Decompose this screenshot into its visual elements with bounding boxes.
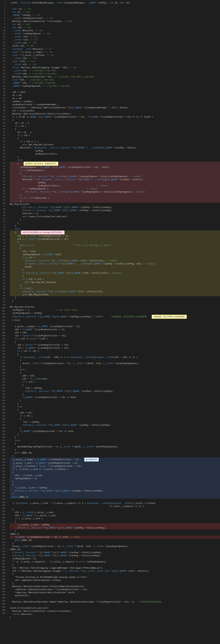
line-number: 86 <box>0 264 6 266</box>
line-number: 72 <box>0 220 6 223</box>
line-number: 135 <box>0 414 6 418</box>
code-line: while ( 1 ) // find a rpc message in que… <box>10 244 220 247</box>
line-number: 190 <box>0 584 6 587</box>
line-number: 184 <box>0 566 6 569</box>
code-line: if ( v21 == v22 ) <box>10 350 220 353</box>
code-line: } <box>10 299 220 302</box>
code-line: (*(void (__fastcall **)(_DWORD *))(*(_QW… <box>10 526 220 530</box>
line-number: 32 <box>0 97 6 100</box>
code-line: *(_QWORD *)(rpcMsgController + 16) += 8i… <box>10 430 220 433</box>
line-number: 10 <box>0 29 6 32</box>
code-line: char v4; // r11 <box>10 8 220 10</box>
line-number: 108 <box>0 331 6 334</box>
code-line: _DWORD *v29; // [rsp+48h] [rbp+8h] <box>10 82 220 84</box>
code-line: (*( void (__fastcall **)(__int64))(*(_QW… <box>10 175 220 178</box>
line-number: 46 <box>0 140 6 143</box>
code-line: v9 = v5 - 1; <box>10 131 220 134</box>
line-number: 118 <box>0 362 6 365</box>
line-number: 110 <box>0 338 6 340</box>
line-number: 101 <box>0 310 6 313</box>
code-line: if ( v17 ) <box>10 256 220 259</box>
code-line <box>10 604 220 606</box>
line-number: 144 <box>0 442 6 445</box>
line-number: 99 <box>0 304 6 306</box>
line-number: 54 <box>0 165 6 168</box>
line-number: 9 <box>0 26 6 29</box>
line-number: 93 <box>0 285 6 288</box>
annotation-box: 在队列中查找要插入的 message 是否已经存在. <box>21 230 64 234</box>
code-line: bSuccess = 0; <box>10 212 220 215</box>
code-line: _int64 __fastcall HandleRpcMessage(__int… <box>10 1 220 4</box>
code-line: _C_alloc__c_end = *(_QWORD *)(rpcMsgCont… <box>10 462 220 465</box>
code-line: Bentley::BeCriticalSection::Enter(critic… <box>10 112 220 116</box>
code-line: goto Rpc_Msg_Existed; <box>10 293 220 296</box>
line-number: 175 <box>0 538 6 541</box>
code-line: LABEL_3: <box>10 532 220 536</box>
code-line: goto LABEL_46; <box>10 451 220 454</box>
code-line: else <box>10 439 220 442</box>
code-line: *v21 = rpcMsg; <box>10 386 220 390</box>
line-number: 73 <box>0 223 6 226</box>
code-line: int v9; // ebx <box>10 23 220 26</box>
line-number: 15 <box>0 44 6 48</box>
line-number: 121 <box>0 371 6 374</box>
line-number: 188 <box>0 578 6 581</box>
line-number: 71 <box>0 217 6 220</box>
line-number: 176 <box>0 541 6 544</box>
line-number: 185 <box>0 569 6 572</box>
line-number: 171 <box>0 526 6 528</box>
code-line: __int64 bExisted; // r14 <box>10 29 220 32</box>
code-line: __int64 v25; // [rsp+20h] [rbp-38h] <box>10 69 220 72</box>
code-line: _DWORD *rpcMsg; // r11 <box>10 14 220 17</box>
line-number: 96 <box>0 294 6 297</box>
code-line: v5 = a3; <box>10 97 220 100</box>
line-number: 68 <box>0 208 6 211</box>
line-number: 100 <box>0 306 6 310</box>
line-number: 131 <box>0 402 6 405</box>
code-line: if ( _c_alloc__C_end ) <box>10 517 220 520</box>
code-line: rpcMsg, <box>10 149 220 152</box>
code-line: "Thread blocking in PostNewMessage becau… <box>10 576 220 579</box>
line-number: 53 <box>0 162 6 165</box>
code-line: v28 = v21; <box>10 411 220 414</box>
line-number: 80 <box>0 245 6 248</box>
code-line: (*(void (__fastcall **)(_DWORD *))(*(_QW… <box>10 551 220 554</box>
code-line: (*(void (__fastcall **)(_DWORD *))(*(_QW… <box>10 554 220 557</box>
line-number: 7 <box>0 20 6 23</box>
code-line: __int64 v26; // [rsp+28h] [rbp-28h] <box>10 72 220 75</box>
line-number: 179 <box>0 550 6 553</box>
line-number: 95 <box>0 291 6 294</box>
code-line: { <box>10 128 220 131</box>
line-number: 139 <box>0 427 6 430</box>
line-number: 78 <box>0 239 6 242</box>
code-line: v27 = criticalSec; <box>10 109 220 112</box>
line-number: 60 <box>0 183 6 186</box>
code-line: __int64 *v13; // r11 <box>10 35 220 38</box>
line-number: 62 <box>0 190 6 192</box>
code-line: else <box>10 368 220 371</box>
line-number: 19 <box>0 57 6 60</box>
line-number: 5 <box>0 14 6 17</box>
code-line: v_alloc__c_begin = (_DWORD *)(rpcMsgCont… <box>10 325 220 328</box>
line-number: 195 <box>0 600 6 602</box>
line-number: 25 <box>0 75 6 78</box>
code-line: break; <box>10 265 220 268</box>
code-line: { <box>10 384 220 386</box>
code-line: int64 v15; // rbx <box>10 44 220 48</box>
code-line: { <box>10 118 220 122</box>
line-number: 193 <box>0 593 6 596</box>
line-number: 191 <box>0 587 6 590</box>
line-number: 22 <box>0 66 6 69</box>
code-line: *_c_alloc__C_end = rpcMsg; <box>10 523 220 526</box>
line-number: 81 <box>0 248 6 251</box>
code-line: } <box>10 399 220 402</box>
line-number: 143 <box>0 439 6 442</box>
code-line: { <box>10 172 220 175</box>
line-number: 162 <box>0 498 6 501</box>
code-line: void **v21; // r14 <box>10 60 220 63</box>
code-content[interactable]: _int64 __fastcall HandleRpcMessage(__int… <box>8 0 220 620</box>
code-line: goto LABEL_3; <box>10 496 220 498</box>
code-line: *(Bentley::BeConditionVariable_Predicate… <box>10 591 220 594</box>
line-number: 133 <box>0 408 6 412</box>
code-line: goto Rpc_Msg_Not_Existed; <box>10 143 220 146</box>
